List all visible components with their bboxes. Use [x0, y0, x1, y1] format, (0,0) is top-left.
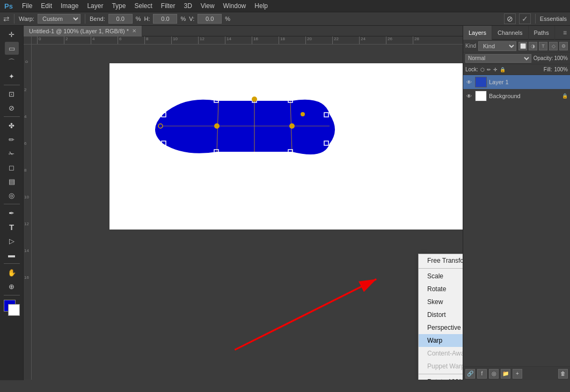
document-tab[interactable]: Untitled-1 @ 100% (Layer 1, RGB/8) * ✕ [24, 26, 142, 36]
dodge-tool[interactable]: ◎ [5, 189, 19, 202]
tool-sep-4 [4, 263, 20, 264]
tool-sep-2 [4, 116, 20, 117]
ruler-tick: 4 [91, 36, 94, 45]
clone-tool[interactable]: ✁ [5, 147, 19, 160]
ctx-perspective[interactable]: Perspective [419, 321, 463, 334]
filter-smart-icon[interactable]: ⚙ [559, 42, 568, 50]
ctx-puppet-warp[interactable]: Puppet Warp [419, 360, 463, 373]
menu-view[interactable]: View [197, 0, 218, 12]
wand-tool[interactable]: ✦ [5, 70, 19, 83]
lock-all-icon[interactable]: 🔒 [500, 67, 506, 72]
fill-value[interactable]: 100% [554, 66, 568, 72]
menu-window[interactable]: Window [220, 0, 250, 12]
ctx-scale[interactable]: Scale [419, 270, 463, 283]
tab-channels[interactable]: Channels [492, 26, 528, 40]
menu-edit[interactable]: Edit [37, 0, 56, 12]
layer-visibility-bg[interactable]: 👁 [465, 92, 473, 100]
lasso-tool[interactable]: ⌒ [5, 56, 19, 69]
color-box[interactable] [4, 300, 20, 316]
zoom-tool[interactable]: ⊕ [5, 280, 19, 293]
ruler-tick: 22 [332, 36, 339, 45]
layer-visibility-layer1[interactable]: 👁 [465, 78, 473, 86]
delete-layer-btn[interactable]: 🗑 [558, 369, 568, 379]
menu-file[interactable]: File [18, 0, 36, 12]
layer-item-layer1[interactable]: 👁 Layer 1 [463, 75, 570, 89]
v-input[interactable] [198, 14, 222, 24]
toolbar-right: ⊘ ✓ Essentials [504, 13, 567, 24]
ruler-v-tick: 4 [24, 114, 26, 119]
menu-3d[interactable]: 3D [180, 0, 195, 12]
text-tool[interactable]: T [5, 220, 19, 233]
tab-paths[interactable]: Paths [529, 26, 555, 40]
ruler-v-tick: 8 [24, 168, 26, 173]
layer-item-background[interactable]: 👁 Background 🔒 [463, 89, 570, 103]
panel-menu-arrow[interactable]: ≡ [560, 29, 570, 36]
options-toolbar: ⇄ Warp: Custom Bend: % H: % V: % ⊘ ✓ Ess… [0, 12, 570, 26]
shape-tool[interactable]: ▬ [5, 248, 19, 261]
tool-sep-1 [4, 85, 20, 85]
ruler-v-tick: 6 [24, 141, 26, 146]
filter-type-icon[interactable]: T [539, 42, 547, 50]
menu-filter[interactable]: Filter [157, 0, 179, 12]
new-layer-btn[interactable]: + [513, 369, 522, 379]
ctx-warp[interactable]: Warp [419, 334, 463, 347]
ruler-tick: 28 [413, 36, 419, 45]
ruler-v-tick: 2 [24, 87, 26, 92]
fill-label: Fill: [544, 66, 552, 72]
lock-pixels-icon[interactable]: ✏ [487, 67, 491, 72]
ctx-content-aware-scale[interactable]: Content-Aware Scale [419, 347, 463, 360]
warp-select[interactable]: Custom [38, 14, 81, 24]
opacity-label: Opacity: [534, 55, 553, 61]
cancel-btn[interactable]: ⊘ [504, 13, 516, 24]
layer-name-layer1: Layer 1 [489, 79, 568, 85]
filter-adjust-icon[interactable]: ◑ [529, 42, 537, 50]
menu-layer[interactable]: Layer [83, 0, 107, 12]
gradient-tool[interactable]: ▤ [5, 175, 19, 188]
blend-mode-select[interactable]: Normal [465, 54, 531, 63]
hand-tool[interactable]: ✋ [5, 266, 19, 279]
kind-select[interactable]: Kind [478, 41, 516, 51]
background-color[interactable] [8, 304, 20, 316]
lock-move-icon[interactable]: ✛ [493, 67, 498, 72]
tab-close-btn[interactable]: ✕ [132, 28, 136, 34]
ctx-skew[interactable]: Skew [419, 295, 463, 308]
tab-layers[interactable]: Layers [463, 26, 492, 40]
add-mask-btn[interactable]: ◎ [489, 369, 499, 379]
ruler-tick: 8 [144, 36, 148, 45]
ctx-free-transform[interactable]: Free Transform [419, 254, 463, 267]
h-input[interactable] [153, 14, 177, 24]
menu-image[interactable]: Image [57, 0, 82, 12]
ctx-rotate-180[interactable]: Rotate 180° [419, 375, 463, 380]
arrow-indicator [182, 254, 423, 356]
confirm-btn[interactable]: ✓ [519, 13, 531, 24]
right-panel: Layers Channels Paths ≡ Kind Kind ⬜ ◑ T … [463, 26, 570, 380]
eyedropper-tool[interactable]: ⊘ [5, 101, 19, 114]
toolbar-sep-1 [14, 14, 14, 24]
marquee-tool[interactable]: ▭ [5, 42, 19, 55]
opacity-value[interactable]: 100% [554, 55, 568, 61]
brush-tool[interactable]: ✏ [5, 133, 19, 146]
bend-input[interactable] [108, 14, 133, 24]
menu-select[interactable]: Select [130, 0, 156, 12]
ctx-distort[interactable]: Distort [419, 308, 463, 321]
lock-transparent-icon[interactable]: ⬡ [480, 67, 485, 72]
eraser-tool[interactable]: ◻ [5, 161, 19, 174]
move-tool[interactable]: ✛ [5, 28, 19, 41]
menu-help[interactable]: Help [251, 0, 272, 12]
filter-pixel-icon[interactable]: ⬜ [518, 42, 527, 50]
ruler-tick: 18 [279, 36, 285, 45]
ctx-rotate[interactable]: Rotate [419, 283, 463, 295]
add-style-btn[interactable]: f [477, 369, 487, 379]
filter-shape-icon[interactable]: ◇ [549, 42, 558, 50]
pen-tool[interactable]: ✒ [5, 206, 19, 219]
link-layers-btn[interactable]: 🔗 [465, 369, 475, 379]
menu-type[interactable]: Type [108, 0, 129, 12]
new-group-btn[interactable]: 📁 [501, 369, 510, 379]
left-tools-panel: ✛ ▭ ⌒ ✦ ⊡ ⊘ ✤ ✏ ✁ ◻ ▤ ◎ ✒ T ▷ ▬ ✋ ⊕ [0, 26, 24, 380]
warp-label: Warp: [19, 16, 34, 22]
ctx-sep-1 [419, 268, 463, 269]
path-tool[interactable]: ▷ [5, 234, 19, 247]
crop-tool[interactable]: ⊡ [5, 87, 19, 100]
svg-point-14 [252, 97, 257, 102]
heal-tool[interactable]: ✤ [5, 119, 19, 132]
